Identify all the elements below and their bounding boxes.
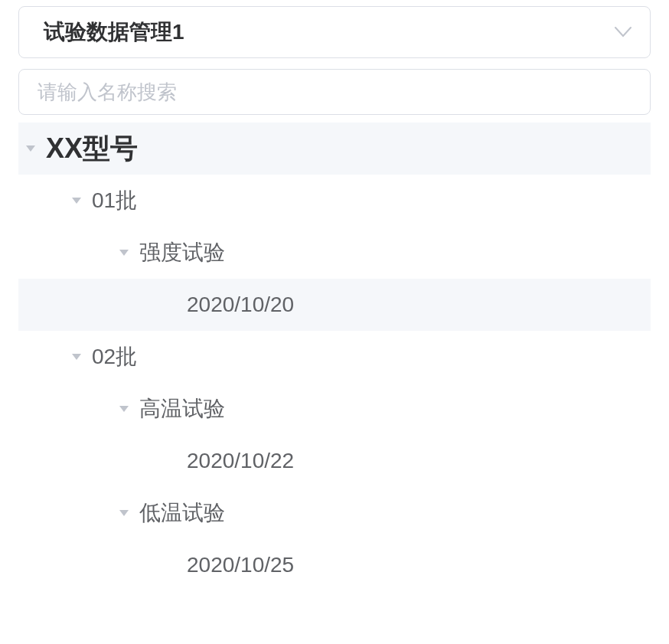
caret-down-icon — [119, 250, 129, 256]
tree-node-date[interactable]: 2020/10/22 — [18, 435, 651, 487]
tree-node-label: 低温试验 — [139, 499, 225, 528]
tree-node-batch[interactable]: 01批 — [18, 175, 651, 227]
tree-view: XX型号 01批 强度试验 2020/10/20 02批 高温试验 2020/1… — [18, 123, 651, 591]
tree-node-label: 强度试验 — [139, 238, 225, 267]
category-select-value: 试验数据管理1 — [44, 18, 184, 47]
tree-node-batch[interactable]: 02批 — [18, 331, 651, 383]
chevron-down-icon — [615, 27, 631, 38]
tree-node-test[interactable]: 强度试验 — [18, 227, 651, 279]
tree-node-label: 02批 — [92, 342, 137, 371]
tree-node-label: 高温试验 — [139, 394, 225, 423]
tree-node-label: 2020/10/20 — [187, 293, 294, 317]
tree-node-test[interactable]: 低温试验 — [18, 487, 651, 539]
tree-node-root[interactable]: XX型号 — [18, 123, 651, 175]
tree-node-date[interactable]: 2020/10/20 — [18, 279, 651, 331]
caret-down-icon — [72, 198, 81, 204]
search-container — [18, 69, 651, 115]
tree-node-label: 2020/10/25 — [187, 553, 294, 577]
caret-down-icon — [119, 510, 129, 516]
tree-node-date[interactable]: 2020/10/25 — [18, 539, 651, 591]
tree-node-label: XX型号 — [46, 130, 138, 168]
category-select[interactable]: 试验数据管理1 — [18, 6, 651, 58]
caret-down-icon — [72, 354, 81, 360]
tree-node-test[interactable]: 高温试验 — [18, 383, 651, 435]
tree-node-label: 01批 — [92, 186, 137, 215]
caret-down-icon — [26, 145, 35, 152]
tree-node-label: 2020/10/22 — [187, 449, 294, 473]
caret-down-icon — [119, 406, 129, 412]
search-input[interactable] — [19, 70, 650, 114]
